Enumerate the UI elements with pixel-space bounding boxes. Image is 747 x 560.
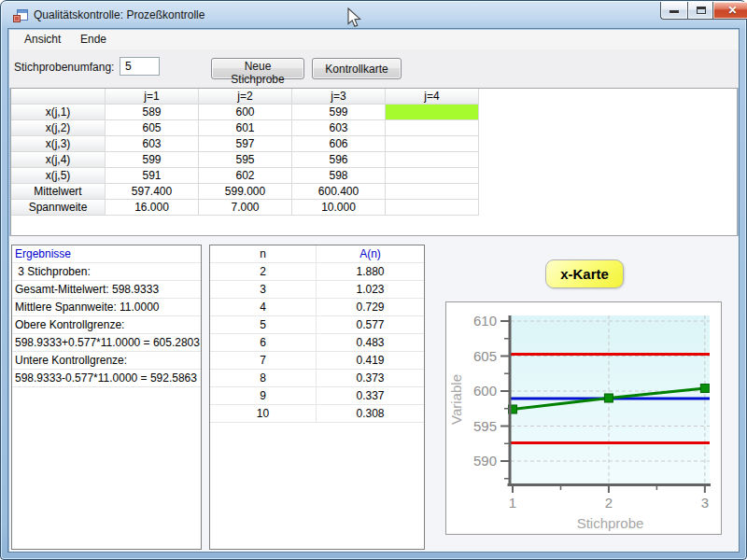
an-cell-n: 5 [210,316,317,333]
table-row[interactable]: 50.577 [210,316,424,334]
y-tick-label: 610 [473,313,497,329]
an-cell-value: 0.419 [317,352,424,369]
grid-cell[interactable] [386,152,479,168]
series-marker [604,394,613,402]
an-cell-value: A(n) [317,245,424,262]
table-row[interactable]: 31.023 [210,281,424,299]
an-cell-n: 3 [210,281,317,298]
an-header-row[interactable]: nA(n) [210,245,424,263]
grid-cell[interactable] [386,184,479,200]
grid-column-header[interactable] [11,89,106,105]
maximize-icon [697,7,706,14]
grid-cell[interactable]: 605 [106,120,199,136]
menu-item-ende[interactable]: Ende [72,30,115,49]
results-list: Ergebnisse 3 Stichproben:Gesamt-Mittelwe… [11,245,202,550]
an-cell-value: 0.337 [317,387,424,404]
grid-cell[interactable] [386,120,479,136]
an-cell-value: 0.483 [317,334,424,351]
an-cell-value: 0.308 [317,405,424,422]
list-item[interactable]: Ergebnisse [12,245,201,263]
y-tick-label: 595 [473,418,497,434]
grid-cell[interactable] [386,136,479,152]
window-frame: Qualitätskontrolle: Prozeßkontrolle ✕ An… [0,0,747,560]
menu-item-ansicht[interactable]: Ansicht [16,30,69,49]
chart-svg: 590595600605610123VariableStichprobe [446,302,721,534]
new-sample-button[interactable]: Neue Stichprobe [211,58,304,79]
grid-cell[interactable] [386,200,479,216]
list-item[interactable]: 598.9333+0.577*11.0000 = 605.2803 [12,334,201,352]
grid-row-header[interactable]: x(j,4) [11,152,106,168]
table-row[interactable]: 100.308 [210,405,424,423]
grid-cell[interactable]: 602 [199,168,292,184]
grid-cell[interactable]: 591 [106,168,199,184]
grid-cell[interactable]: 16.000 [106,200,199,216]
data-grid-panel: j=1j=2j=3j=4x(j,1)589600599x(j,2)6056016… [10,88,738,236]
maximize-button[interactable] [687,2,713,20]
list-item[interactable]: Gesamt-Mittelwert: 598.9333 [12,281,201,299]
an-cell-n: 9 [210,387,317,404]
an-cell-value: 1.880 [317,263,424,280]
x-tick-label: 3 [701,495,709,511]
table-row[interactable]: 40.729 [210,299,424,316]
title-bar[interactable]: Qualitätskontrolle: Prozeßkontrolle ✕ [2,2,745,29]
minimize-button[interactable] [660,2,687,20]
y-tick-label: 590 [473,453,497,469]
table-row[interactable]: 80.373 [210,370,424,387]
grid-cell[interactable]: 589 [106,105,199,120]
an-cell-n: 2 [210,263,317,280]
x-tick-label: 2 [605,495,613,511]
grid-cell[interactable]: 597 [199,136,292,152]
grid-cell[interactable]: 600 [199,105,292,120]
y-axis-label: Variable [448,374,464,425]
table-row[interactable]: 21.880 [210,263,424,281]
list-item[interactable]: 3 Stichproben: [12,263,201,281]
grid-cell[interactable]: 598 [292,168,386,184]
menu-bar [9,30,740,49]
grid-column-header[interactable]: j=2 [199,89,292,105]
grid-row-header[interactable]: x(j,3) [11,136,106,152]
grid-cell[interactable]: 10.000 [292,200,386,216]
x-karte-badge: x-Karte [545,259,624,288]
close-button[interactable]: ✕ [713,2,747,20]
list-item[interactable]: Untere Kontrollgrenze: [12,352,201,370]
grid-cell[interactable]: 603 [106,136,199,152]
grid-cell[interactable]: 600.400 [292,184,386,200]
series-marker [700,385,709,393]
grid-cell[interactable]: 599 [292,105,386,120]
y-tick-label: 605 [473,348,497,364]
sample-size-input[interactable] [120,57,160,76]
y-tick-label: 600 [473,383,497,399]
grid-row-header[interactable]: x(j,1) [11,105,106,120]
grid-column-header[interactable]: j=4 [386,89,479,105]
grid-column-header[interactable]: j=3 [292,89,386,105]
grid-cell[interactable]: 596 [292,152,386,168]
grid-column-header[interactable]: j=1 [106,89,199,105]
list-item[interactable]: Obere Kontrollgrenze: [12,316,201,334]
window-controls: ✕ [660,2,747,20]
grid-cell[interactable]: 601 [199,120,292,136]
grid-row-header[interactable]: x(j,5) [11,168,106,184]
grid-cell[interactable]: 599 [106,152,199,168]
an-cell-n: 6 [210,334,317,351]
list-item[interactable]: 598.9333-0.577*11.0000 = 592.5863 [12,370,201,387]
grid-cell[interactable]: 7.000 [199,200,292,216]
grid-row-header[interactable]: Spannweite [11,200,106,216]
an-cell-n: 7 [210,352,317,369]
control-chart: 590595600605610123VariableStichprobe [445,301,722,535]
grid-row-header[interactable]: Mittelwert [11,184,106,200]
grid-cell[interactable]: 595 [199,152,292,168]
table-row[interactable]: 60.483 [210,334,424,352]
grid-cell[interactable]: 599.000 [199,184,292,200]
list-item[interactable]: Mittlere Spannweite: 11.0000 [12,299,201,316]
close-icon: ✕ [713,2,747,19]
grid-cell[interactable]: 606 [292,136,386,152]
grid-cell[interactable]: 597.400 [106,184,199,200]
grid-cell[interactable] [386,168,479,184]
form-icon [13,9,28,24]
grid-cell[interactable] [386,105,479,120]
table-row[interactable]: 70.419 [210,352,424,370]
control-chart-button[interactable]: Kontrollkarte [312,58,402,79]
grid-cell[interactable]: 603 [292,120,386,136]
table-row[interactable]: 90.337 [210,387,424,405]
grid-row-header[interactable]: x(j,2) [11,120,106,136]
